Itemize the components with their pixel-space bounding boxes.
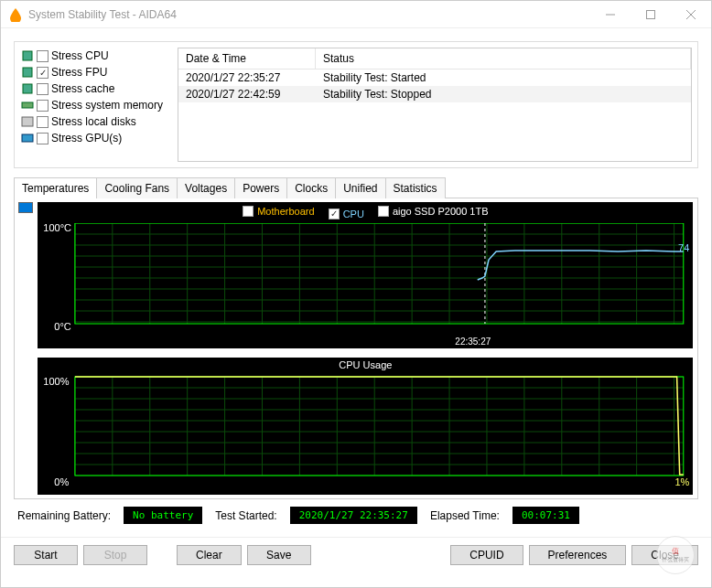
watermark-icon: 值什么值得买 (656, 536, 695, 574)
battery-label: Remaining Battery: (17, 509, 111, 522)
log-row-empty (178, 102, 691, 117)
tab-temperatures[interactable]: Temperatures (14, 177, 97, 198)
close-button[interactable] (671, 1, 711, 28)
maximize-button[interactable] (631, 1, 671, 28)
y-axis-top: 100% (43, 376, 69, 387)
checkbox-icon[interactable] (37, 67, 49, 79)
stress-label: Stress FPU (51, 66, 107, 79)
tab-voltages[interactable]: Voltages (177, 177, 235, 198)
time-marker: 22:35:27 (455, 337, 491, 347)
checkbox-icon[interactable] (37, 133, 49, 144)
log-row-empty (178, 132, 691, 146)
tabstrip: Temperatures Cooling Fans Voltages Power… (14, 177, 698, 198)
stress-gpu-option[interactable]: Stress GPU(s) (20, 130, 167, 146)
event-log: Date & Time Status 2020/1/27 22:35:27Sta… (178, 48, 692, 162)
clear-button[interactable]: Clear (177, 545, 242, 565)
temperature-chart: Motherboard CPU aigo SSD P2000 1TB 100°C… (38, 202, 693, 348)
checkbox-icon[interactable] (329, 208, 340, 219)
stress-options: Stress CPU Stress FPU Stress cache Stres… (20, 48, 167, 162)
y-axis-bot: 0°C (54, 321, 70, 332)
legend-cpu[interactable]: CPU (329, 208, 364, 219)
started-value: 2020/1/27 22:35:27 (290, 507, 417, 524)
stress-label: Stress system memory (51, 99, 163, 112)
stress-memory-option[interactable]: Stress system memory (20, 97, 167, 113)
tab-panel: Motherboard CPU aigo SSD P2000 1TB 100°C… (14, 198, 698, 499)
log-header-status[interactable]: Status (316, 48, 691, 69)
tab-statistics[interactable]: Statistics (385, 177, 446, 198)
stress-disks-option[interactable]: Stress local disks (20, 113, 167, 130)
config-frame: Stress CPU Stress FPU Stress cache Stres… (14, 41, 698, 168)
battery-value: No battery (124, 507, 202, 524)
started-label: Test Started: (215, 509, 276, 522)
preferences-button[interactable]: Preferences (529, 545, 627, 565)
save-button[interactable]: Save (247, 545, 311, 565)
elapsed-label: Elapsed Time: (430, 509, 500, 522)
stress-fpu-option[interactable]: Stress FPU (20, 64, 167, 80)
checkbox-icon[interactable] (37, 50, 49, 62)
cpuid-button[interactable]: CPUID (450, 545, 523, 565)
titlebar: System Stability Test - AIDA64 (1, 1, 711, 28)
chart-title: CPU Usage (38, 358, 693, 372)
log-row-empty (178, 146, 691, 161)
svg-rect-8 (22, 117, 33, 126)
svg-rect-5 (23, 68, 32, 77)
stress-label: Stress CPU (51, 49, 109, 62)
svg-rect-66 (75, 377, 684, 476)
end-value: 74 (678, 242, 689, 253)
svg-rect-7 (22, 102, 33, 108)
legend-ssd[interactable]: aigo SSD P2000 1TB (378, 206, 489, 217)
series-swatch[interactable] (18, 202, 33, 213)
status-line: Remaining Battery: No battery Test Start… (14, 507, 698, 524)
app-icon (8, 7, 23, 22)
stress-label: Stress GPU(s) (51, 132, 122, 144)
checkbox-icon[interactable] (37, 100, 49, 112)
checkbox-icon[interactable] (37, 116, 49, 128)
minimize-button[interactable] (590, 1, 631, 28)
tab-clocks[interactable]: Clocks (286, 177, 336, 198)
svg-rect-6 (23, 84, 32, 93)
chart-legend: Motherboard CPU aigo SSD P2000 1TB (38, 202, 693, 223)
cpu-usage-plot (38, 372, 693, 482)
checkbox-icon[interactable] (243, 206, 254, 217)
stress-cache-option[interactable]: Stress cache (20, 80, 167, 97)
svg-rect-9 (22, 134, 33, 142)
series-selector[interactable] (18, 202, 35, 213)
stress-cpu-option[interactable]: Stress CPU (20, 48, 167, 64)
log-header-date[interactable]: Date & Time (178, 48, 316, 69)
checkbox-icon[interactable] (37, 83, 49, 95)
tab-unified[interactable]: Unified (335, 177, 385, 198)
end-value: 1% (674, 476, 689, 487)
stress-label: Stress cache (51, 82, 114, 95)
stop-button[interactable]: Stop (83, 545, 147, 565)
window-title: System Stability Test - AIDA64 (28, 8, 590, 21)
log-row-empty (178, 117, 691, 132)
legend-motherboard[interactable]: Motherboard (243, 206, 314, 217)
cpu-usage-chart: CPU Usage 100% 0% 1% (38, 358, 693, 495)
tab-powers[interactable]: Powers (234, 177, 287, 198)
button-bar: Start Stop Clear Save CPUID Preferences … (1, 537, 711, 565)
svg-rect-4 (23, 51, 32, 60)
y-axis-top: 100°C (43, 222, 71, 233)
elapsed-value: 00:07:31 (512, 507, 579, 524)
temperature-plot (38, 223, 693, 333)
tab-cooling-fans[interactable]: Cooling Fans (96, 177, 178, 198)
checkbox-icon[interactable] (378, 206, 389, 217)
stress-label: Stress local disks (51, 115, 136, 128)
y-axis-bot: 0% (54, 476, 69, 487)
svg-rect-37 (75, 223, 684, 324)
log-row[interactable]: 2020/1/27 22:35:27Stability Test: Starte… (178, 69, 691, 86)
log-row[interactable]: 2020/1/27 22:42:59Stability Test: Stoppe… (178, 86, 691, 102)
start-button[interactable]: Start (14, 545, 78, 565)
svg-rect-1 (647, 10, 655, 18)
